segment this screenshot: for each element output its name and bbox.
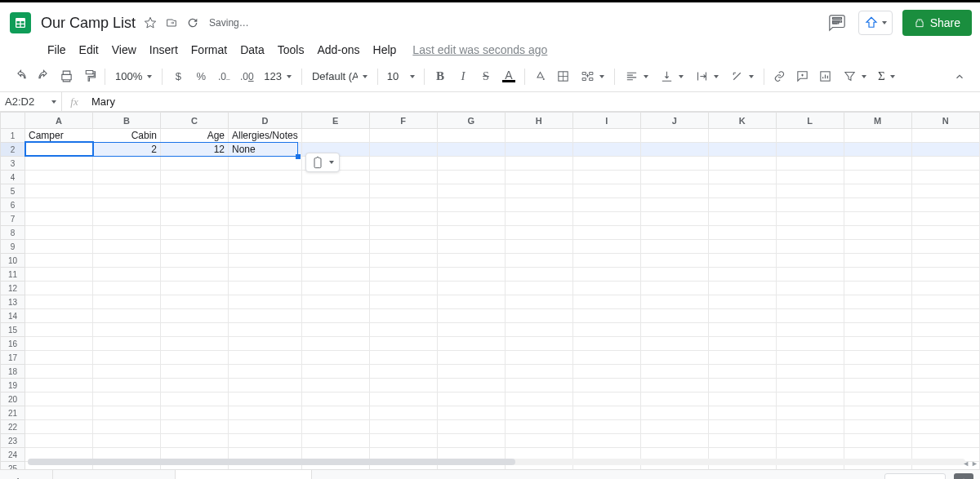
cell[interactable] [776, 393, 844, 406]
paste-options-button[interactable] [305, 153, 340, 172]
cell[interactable] [25, 157, 93, 171]
cell[interactable] [369, 212, 437, 226]
dec-increase-button[interactable]: .00 [236, 66, 257, 87]
functions-button[interactable]: Σ [873, 66, 900, 87]
cell[interactable] [301, 129, 369, 143]
cell[interactable] [369, 157, 437, 171]
font-select[interactable]: Default (Ari... [307, 66, 372, 87]
cell[interactable] [301, 184, 369, 198]
cell[interactable] [708, 351, 776, 365]
cell[interactable] [640, 434, 708, 448]
cell[interactable] [505, 143, 572, 157]
row-header[interactable]: 14 [1, 309, 25, 323]
cell[interactable]: Camper [25, 129, 93, 143]
cell[interactable] [640, 420, 708, 434]
row-header[interactable]: 17 [1, 351, 25, 365]
cell[interactable] [229, 171, 302, 184]
cell[interactable] [708, 282, 776, 295]
cell[interactable] [776, 198, 844, 212]
present-button[interactable] [858, 11, 893, 35]
cell[interactable] [572, 365, 640, 379]
cell[interactable] [844, 240, 911, 254]
cell[interactable] [369, 393, 437, 406]
cell[interactable]: Age [161, 129, 229, 143]
cell[interactable] [776, 212, 844, 226]
cell[interactable] [25, 337, 93, 351]
cell[interactable] [505, 420, 572, 434]
cell[interactable] [911, 406, 979, 420]
cell[interactable] [776, 268, 844, 282]
cell[interactable] [776, 420, 844, 434]
cell[interactable] [25, 393, 93, 406]
cell[interactable] [708, 309, 776, 323]
cell[interactable] [93, 379, 161, 393]
cell[interactable] [229, 420, 302, 434]
cell[interactable] [437, 129, 505, 143]
col-header[interactable]: N [911, 113, 979, 129]
menu-file[interactable]: File [41, 40, 73, 60]
cell[interactable] [640, 379, 708, 393]
cell[interactable] [844, 365, 911, 379]
menu-format[interactable]: Format [185, 40, 234, 60]
valign-button[interactable] [655, 66, 688, 87]
collapse-toolbar-button[interactable] [949, 66, 970, 87]
cell[interactable] [776, 171, 844, 184]
cell[interactable] [640, 282, 708, 295]
cell[interactable] [844, 282, 911, 295]
cell[interactable] [911, 379, 979, 393]
percent-button[interactable]: % [190, 66, 212, 87]
cell[interactable] [572, 379, 640, 393]
cell[interactable] [844, 393, 911, 406]
cell[interactable] [369, 282, 437, 295]
row-header[interactable]: 25 [1, 462, 25, 470]
cell[interactable] [708, 254, 776, 268]
cell[interactable] [776, 295, 844, 309]
cell[interactable] [93, 351, 161, 365]
cell[interactable] [369, 295, 437, 309]
cell[interactable] [911, 212, 979, 226]
cell[interactable] [161, 212, 229, 226]
cell[interactable] [911, 171, 979, 184]
cell[interactable]: Allergies/Notes [229, 129, 302, 143]
cell[interactable] [229, 379, 302, 393]
cell[interactable] [93, 406, 161, 420]
spreadsheet-grid[interactable]: ABCDEFGHIJKLMN1CamperCabinAgeAllergies/N… [0, 112, 980, 469]
cell[interactable] [708, 365, 776, 379]
cell[interactable] [161, 309, 229, 323]
cell[interactable] [161, 184, 229, 198]
cell[interactable] [437, 323, 505, 337]
cell[interactable] [25, 365, 93, 379]
number-format-select[interactable]: 123 [259, 66, 296, 87]
cell[interactable] [301, 268, 369, 282]
cell[interactable] [572, 254, 640, 268]
cell[interactable] [505, 282, 572, 295]
cell[interactable] [369, 184, 437, 198]
cell[interactable] [93, 365, 161, 379]
cell[interactable] [25, 198, 93, 212]
paint-format-button[interactable] [78, 66, 100, 87]
cell[interactable] [640, 226, 708, 240]
cell[interactable] [437, 365, 505, 379]
explore-button[interactable] [954, 473, 973, 480]
cell[interactable] [640, 129, 708, 143]
font-size-select[interactable]: 10 [383, 66, 419, 87]
cell[interactable] [572, 226, 640, 240]
borders-button[interactable] [553, 66, 574, 87]
cell[interactable] [505, 254, 572, 268]
cell[interactable] [708, 295, 776, 309]
cell[interactable] [93, 420, 161, 434]
cell[interactable] [572, 323, 640, 337]
row-header[interactable]: 1 [1, 129, 25, 143]
cell[interactable] [505, 323, 572, 337]
cell[interactable] [640, 184, 708, 198]
cell[interactable] [505, 393, 572, 406]
cell[interactable] [708, 337, 776, 351]
cell[interactable] [161, 240, 229, 254]
cell[interactable] [911, 198, 979, 212]
cell[interactable] [505, 379, 572, 393]
cell[interactable] [776, 282, 844, 295]
cell[interactable] [640, 212, 708, 226]
cell[interactable] [572, 212, 640, 226]
menu-view[interactable]: View [105, 40, 143, 60]
cell[interactable] [93, 323, 161, 337]
